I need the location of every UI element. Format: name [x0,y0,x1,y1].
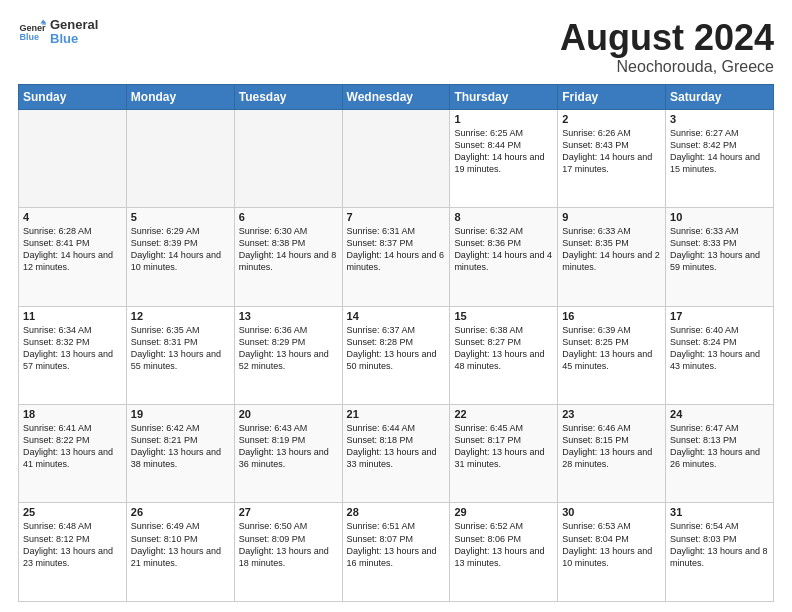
calendar-cell: 16 Sunrise: 6:39 AM Sunset: 8:25 PM Dayl… [558,306,666,404]
day-info: Sunrise: 6:43 AM Sunset: 8:19 PM Dayligh… [239,422,338,471]
col-thursday: Thursday [450,84,558,109]
col-wednesday: Wednesday [342,84,450,109]
day-number: 12 [131,310,230,322]
calendar-cell: 15 Sunrise: 6:38 AM Sunset: 8:27 PM Dayl… [450,306,558,404]
day-number: 2 [562,113,661,125]
col-friday: Friday [558,84,666,109]
calendar-cell: 2 Sunrise: 6:26 AM Sunset: 8:43 PM Dayli… [558,109,666,207]
day-info: Sunrise: 6:33 AM Sunset: 8:33 PM Dayligh… [670,225,769,274]
svg-text:Blue: Blue [19,33,39,43]
day-number: 5 [131,211,230,223]
calendar-week-row: 1 Sunrise: 6:25 AM Sunset: 8:44 PM Dayli… [19,109,774,207]
day-number: 24 [670,408,769,420]
day-number: 13 [239,310,338,322]
calendar-cell [126,109,234,207]
day-info: Sunrise: 6:41 AM Sunset: 8:22 PM Dayligh… [23,422,122,471]
day-info: Sunrise: 6:37 AM Sunset: 8:28 PM Dayligh… [347,324,446,373]
logo-general: General [50,18,98,32]
page: General Blue General Blue August 2024 Ne… [0,0,792,612]
header: General Blue General Blue August 2024 Ne… [18,18,774,76]
calendar-cell: 8 Sunrise: 6:32 AM Sunset: 8:36 PM Dayli… [450,208,558,306]
calendar-week-row: 18 Sunrise: 6:41 AM Sunset: 8:22 PM Dayl… [19,405,774,503]
day-info: Sunrise: 6:27 AM Sunset: 8:42 PM Dayligh… [670,127,769,176]
calendar-cell: 13 Sunrise: 6:36 AM Sunset: 8:29 PM Dayl… [234,306,342,404]
calendar-cell: 12 Sunrise: 6:35 AM Sunset: 8:31 PM Dayl… [126,306,234,404]
day-info: Sunrise: 6:47 AM Sunset: 8:13 PM Dayligh… [670,422,769,471]
day-number: 1 [454,113,553,125]
calendar-cell: 30 Sunrise: 6:53 AM Sunset: 8:04 PM Dayl… [558,503,666,602]
day-info: Sunrise: 6:38 AM Sunset: 8:27 PM Dayligh… [454,324,553,373]
calendar-cell: 24 Sunrise: 6:47 AM Sunset: 8:13 PM Dayl… [666,405,774,503]
calendar-cell [19,109,127,207]
day-number: 14 [347,310,446,322]
calendar-subtitle: Neochorouda, Greece [560,58,774,76]
calendar-cell: 3 Sunrise: 6:27 AM Sunset: 8:42 PM Dayli… [666,109,774,207]
day-info: Sunrise: 6:49 AM Sunset: 8:10 PM Dayligh… [131,520,230,569]
calendar-cell [234,109,342,207]
calendar-cell: 29 Sunrise: 6:52 AM Sunset: 8:06 PM Dayl… [450,503,558,602]
day-number: 6 [239,211,338,223]
day-info: Sunrise: 6:45 AM Sunset: 8:17 PM Dayligh… [454,422,553,471]
day-number: 30 [562,506,661,518]
day-info: Sunrise: 6:36 AM Sunset: 8:29 PM Dayligh… [239,324,338,373]
day-number: 27 [239,506,338,518]
day-info: Sunrise: 6:32 AM Sunset: 8:36 PM Dayligh… [454,225,553,274]
logo-icon: General Blue [18,18,46,46]
day-number: 10 [670,211,769,223]
calendar-title: August 2024 [560,18,774,58]
calendar-cell: 28 Sunrise: 6:51 AM Sunset: 8:07 PM Dayl… [342,503,450,602]
day-info: Sunrise: 6:40 AM Sunset: 8:24 PM Dayligh… [670,324,769,373]
col-saturday: Saturday [666,84,774,109]
day-number: 28 [347,506,446,518]
calendar-cell: 31 Sunrise: 6:54 AM Sunset: 8:03 PM Dayl… [666,503,774,602]
day-info: Sunrise: 6:46 AM Sunset: 8:15 PM Dayligh… [562,422,661,471]
day-number: 7 [347,211,446,223]
calendar-cell: 21 Sunrise: 6:44 AM Sunset: 8:18 PM Dayl… [342,405,450,503]
day-number: 22 [454,408,553,420]
day-info: Sunrise: 6:52 AM Sunset: 8:06 PM Dayligh… [454,520,553,569]
day-number: 19 [131,408,230,420]
day-info: Sunrise: 6:25 AM Sunset: 8:44 PM Dayligh… [454,127,553,176]
calendar-cell: 17 Sunrise: 6:40 AM Sunset: 8:24 PM Dayl… [666,306,774,404]
day-number: 23 [562,408,661,420]
calendar-cell: 14 Sunrise: 6:37 AM Sunset: 8:28 PM Dayl… [342,306,450,404]
col-sunday: Sunday [19,84,127,109]
day-info: Sunrise: 6:48 AM Sunset: 8:12 PM Dayligh… [23,520,122,569]
day-number: 26 [131,506,230,518]
calendar-cell: 27 Sunrise: 6:50 AM Sunset: 8:09 PM Dayl… [234,503,342,602]
day-number: 3 [670,113,769,125]
day-number: 15 [454,310,553,322]
calendar-week-row: 4 Sunrise: 6:28 AM Sunset: 8:41 PM Dayli… [19,208,774,306]
calendar-cell: 7 Sunrise: 6:31 AM Sunset: 8:37 PM Dayli… [342,208,450,306]
day-info: Sunrise: 6:30 AM Sunset: 8:38 PM Dayligh… [239,225,338,274]
day-info: Sunrise: 6:29 AM Sunset: 8:39 PM Dayligh… [131,225,230,274]
day-number: 25 [23,506,122,518]
calendar-cell: 4 Sunrise: 6:28 AM Sunset: 8:41 PM Dayli… [19,208,127,306]
day-number: 29 [454,506,553,518]
day-info: Sunrise: 6:50 AM Sunset: 8:09 PM Dayligh… [239,520,338,569]
calendar-cell: 19 Sunrise: 6:42 AM Sunset: 8:21 PM Dayl… [126,405,234,503]
day-number: 11 [23,310,122,322]
day-info: Sunrise: 6:44 AM Sunset: 8:18 PM Dayligh… [347,422,446,471]
day-number: 21 [347,408,446,420]
calendar-cell: 20 Sunrise: 6:43 AM Sunset: 8:19 PM Dayl… [234,405,342,503]
day-number: 17 [670,310,769,322]
day-number: 16 [562,310,661,322]
calendar-header-row: Sunday Monday Tuesday Wednesday Thursday… [19,84,774,109]
svg-text:General: General [19,23,46,33]
calendar-cell: 22 Sunrise: 6:45 AM Sunset: 8:17 PM Dayl… [450,405,558,503]
day-info: Sunrise: 6:33 AM Sunset: 8:35 PM Dayligh… [562,225,661,274]
logo: General Blue General Blue [18,18,98,47]
day-info: Sunrise: 6:39 AM Sunset: 8:25 PM Dayligh… [562,324,661,373]
day-info: Sunrise: 6:31 AM Sunset: 8:37 PM Dayligh… [347,225,446,274]
day-number: 9 [562,211,661,223]
day-number: 18 [23,408,122,420]
day-info: Sunrise: 6:53 AM Sunset: 8:04 PM Dayligh… [562,520,661,569]
day-info: Sunrise: 6:34 AM Sunset: 8:32 PM Dayligh… [23,324,122,373]
calendar-cell: 6 Sunrise: 6:30 AM Sunset: 8:38 PM Dayli… [234,208,342,306]
calendar-week-row: 25 Sunrise: 6:48 AM Sunset: 8:12 PM Dayl… [19,503,774,602]
calendar-cell: 23 Sunrise: 6:46 AM Sunset: 8:15 PM Dayl… [558,405,666,503]
title-block: August 2024 Neochorouda, Greece [560,18,774,76]
day-number: 31 [670,506,769,518]
col-tuesday: Tuesday [234,84,342,109]
